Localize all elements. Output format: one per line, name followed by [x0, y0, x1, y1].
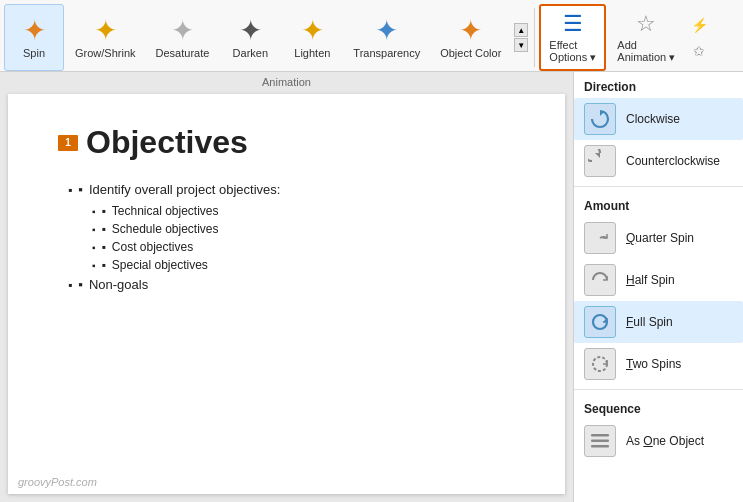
svg-rect-2	[591, 434, 609, 437]
object-color-icon: ✦	[459, 17, 482, 45]
sub-bullet-icon: ▪	[102, 240, 106, 254]
content-area: Animation 1 Objectives ▪ Identify overal…	[0, 72, 743, 502]
lighten-icon: ✦	[301, 17, 324, 45]
amount-two-spins-item[interactable]: Two Spins	[574, 343, 743, 385]
toolbar-separator	[534, 8, 535, 67]
toolbar-item-darken[interactable]: ✦ Darken	[220, 4, 280, 71]
toolbar-item-transparency[interactable]: ✦ Transparency	[344, 4, 429, 71]
watermark: groovyPost.com	[18, 476, 97, 488]
sub-bullet-3: Special objectives	[112, 258, 208, 272]
quarter-spin-icon	[584, 222, 616, 254]
list-item: ▪Schedule objectives	[92, 220, 535, 238]
effect-options-icon: ☰	[563, 11, 583, 37]
toolbar-item-grow-shrink[interactable]: ✦ Grow/Shrink	[66, 4, 145, 71]
effect-options-button[interactable]: ☰ EffectOptions ▾	[539, 4, 606, 71]
slide-title: 1 Objectives	[58, 124, 535, 161]
list-item: ▪Special objectives	[92, 256, 535, 274]
app-container: ✦ Spin ✦ Grow/Shrink ✦ Desaturate ✦ Dark…	[0, 0, 743, 502]
clockwise-label: Clockwise	[626, 112, 680, 126]
counterclockwise-label: Counterclockwise	[626, 154, 720, 168]
desaturate-icon: ✦	[171, 17, 194, 45]
quarter-spin-label: Quarter Spin	[626, 231, 694, 245]
amount-full-spin-item[interactable]: Full Spin	[574, 301, 743, 343]
dropdown-panel: Direction Clockwise Countercl	[573, 72, 743, 502]
scroll-down-button[interactable]: ▼	[514, 38, 528, 52]
direction-clockwise-item[interactable]: Clockwise	[574, 98, 743, 140]
sub-bullet-icon: ▪	[102, 222, 106, 236]
toolbar-scroll: ▲ ▼	[514, 4, 528, 71]
toolbar-item-desaturate-label: Desaturate	[156, 47, 210, 59]
grow-shrink-icon: ✦	[94, 17, 117, 45]
amount-section-header: Amount	[574, 191, 743, 217]
sub-bullet-0: Technical objectives	[112, 204, 219, 218]
transparency-icon: ✦	[375, 17, 398, 45]
star-button[interactable]: ✩	[688, 40, 710, 62]
toolbar-item-spin[interactable]: ✦ Spin	[4, 4, 64, 71]
half-spin-icon	[584, 264, 616, 296]
effect-options-label: EffectOptions ▾	[549, 39, 596, 64]
amount-half-spin-item[interactable]: Half Spin	[574, 259, 743, 301]
toolbar-item-darken-label: Darken	[233, 47, 268, 59]
animation-label: Animation	[0, 72, 573, 90]
two-spins-label: Two Spins	[626, 357, 681, 371]
clockwise-icon	[584, 103, 616, 135]
full-spin-label: Full Spin	[626, 315, 673, 329]
slide-canvas: 1 Objectives ▪ Identify overall project …	[8, 94, 565, 494]
toolbar-item-spin-label: Spin	[23, 47, 45, 59]
slide-body: ▪ Identify overall project objectives: ▪…	[58, 179, 535, 295]
svg-rect-4	[591, 445, 609, 448]
sub-bullet-1: Schedule objectives	[112, 222, 219, 236]
bullet-icon: ▪	[78, 182, 83, 197]
direction-section-header: Direction	[574, 72, 743, 98]
sub-bullet-icon: ▪	[102, 204, 106, 218]
toolbar: ✦ Spin ✦ Grow/Shrink ✦ Desaturate ✦ Dark…	[0, 0, 743, 72]
bullet-text-0: Identify overall project objectives:	[89, 182, 280, 197]
bullet-list: ▪ Identify overall project objectives: ▪…	[58, 179, 535, 295]
counterclockwise-icon	[584, 145, 616, 177]
panel-divider-1	[574, 186, 743, 187]
lightning-button[interactable]: ⚡	[688, 14, 710, 36]
toolbar-item-transparency-label: Transparency	[353, 47, 420, 59]
toolbar-item-desaturate[interactable]: ✦ Desaturate	[147, 4, 219, 71]
add-animation-icon: ☆	[636, 11, 656, 37]
list-item: ▪ Non-goals	[68, 274, 535, 295]
half-spin-label: Half Spin	[626, 273, 675, 287]
sub-bullet-list: ▪Technical objectives ▪Schedule objectiv…	[68, 202, 535, 274]
amount-quarter-spin-item[interactable]: Quarter Spin	[574, 217, 743, 259]
toolbar-item-grow-label: Grow/Shrink	[75, 47, 136, 59]
list-item: ▪Cost objectives	[92, 238, 535, 256]
slide-area: Animation 1 Objectives ▪ Identify overal…	[0, 72, 573, 502]
direction-counterclockwise-item[interactable]: Counterclockwise	[574, 140, 743, 182]
toolbar-item-lighten[interactable]: ✦ Lighten	[282, 4, 342, 71]
list-item: ▪Technical objectives	[92, 202, 535, 220]
slide-number-badge: 1	[58, 135, 78, 151]
slide-title-text: Objectives	[86, 124, 248, 161]
darken-icon: ✦	[239, 17, 262, 45]
list-item: ▪ Identify overall project objectives:	[68, 179, 535, 200]
bullet-text-1: Non-goals	[89, 277, 148, 292]
toolbar-item-object-color[interactable]: ✦ Object Color	[431, 4, 510, 71]
scroll-up-button[interactable]: ▲	[514, 23, 528, 37]
sequence-as-one-object-item[interactable]: As One Object	[574, 420, 743, 462]
spin-icon: ✦	[23, 17, 46, 45]
sequence-section-header: Sequence	[574, 394, 743, 420]
sub-bullet-2: Cost objectives	[112, 240, 193, 254]
sub-bullet-icon: ▪	[102, 258, 106, 272]
add-animation-label: AddAnimation ▾	[617, 39, 675, 64]
as-one-object-icon	[584, 425, 616, 457]
full-spin-icon	[584, 306, 616, 338]
as-one-object-label: As One Object	[626, 434, 704, 448]
slide-content: 1 Objectives ▪ Identify overall project …	[8, 94, 565, 315]
two-spins-icon	[584, 348, 616, 380]
toolbar-item-object-color-label: Object Color	[440, 47, 501, 59]
svg-rect-3	[591, 440, 609, 443]
bullet-icon: ▪	[78, 277, 83, 292]
add-animation-button[interactable]: ☆ AddAnimation ▾	[608, 4, 684, 71]
panel-divider-2	[574, 389, 743, 390]
toolbar-item-lighten-label: Lighten	[294, 47, 330, 59]
